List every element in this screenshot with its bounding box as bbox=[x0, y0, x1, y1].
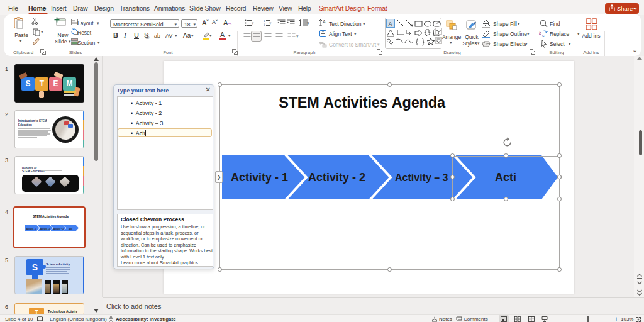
svg-text:3: 3 bbox=[264, 24, 265, 26]
svg-text:Acti: Acti bbox=[69, 228, 72, 230]
svg-text:A: A bbox=[323, 19, 326, 24]
svg-text:b: b bbox=[539, 31, 541, 35]
svg-text:Activity - 2: Activity - 2 bbox=[40, 228, 50, 230]
svg-text:c: c bbox=[542, 33, 545, 38]
svg-text:Activity - 1: Activity - 1 bbox=[26, 228, 36, 230]
svg-text:Share: Share bbox=[617, 5, 633, 12]
svg-text:A: A bbox=[389, 21, 392, 27]
svg-text:Activity – 3: Activity – 3 bbox=[53, 228, 64, 230]
